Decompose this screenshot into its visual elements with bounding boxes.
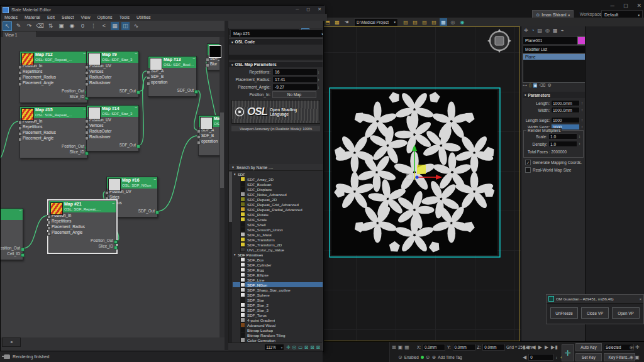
output-pin[interactable]: [155, 211, 159, 214]
menu-view[interactable]: View: [80, 15, 90, 19]
close-icon[interactable]: ✕: [318, 7, 321, 12]
position-in-nomap-button[interactable]: No Map: [272, 91, 316, 98]
collapse-node-icon[interactable]: −: [153, 177, 156, 182]
spinner-icon[interactable]: ↕: [581, 108, 584, 112]
input-pin[interactable]: [206, 58, 209, 62]
node-selector-dropdown[interactable]: Map #21 ▾: [230, 30, 323, 38]
output-pin[interactable]: [21, 248, 25, 251]
close-vp-button[interactable]: Close VP: [581, 307, 609, 319]
perspective-viewport[interactable]: [323, 26, 521, 341]
zoom-tool-icon[interactable]: ◎: [292, 344, 296, 350]
viewport-nav-gizmo[interactable]: [487, 29, 511, 53]
node-maparray[interactable]: Map #SDF_Array_2D−Position_OutCell_ID: [1, 208, 23, 260]
browser-item[interactable]: SDF_Star_3: [233, 307, 323, 312]
browser-item[interactable]: SDF_Sharp_Star_outline: [233, 287, 323, 292]
browser-item[interactable]: SDF_Rotate: [233, 212, 323, 217]
input-pin[interactable]: [147, 76, 150, 80]
select-region-icon[interactable]: ▤: [402, 18, 409, 26]
collapse-node-icon[interactable]: −: [135, 106, 137, 110]
input-pin[interactable]: [18, 132, 22, 136]
om-guardian-titlebar[interactable]: OM Guardian - #29451, m(86,46) ×: [547, 295, 643, 304]
node-graph-canvas[interactable]: Map #12OSL: SDF_Repeat_...−Position_InRe…: [1, 37, 225, 337]
orbit-icon[interactable]: ◈: [630, 354, 633, 360]
zoom-extents-icon[interactable]: ⊠: [304, 344, 308, 350]
node-map21[interactable]: Map #21OSL: SDF_Repeat_...−Position_InRe…: [48, 200, 116, 253]
input-pin[interactable]: [147, 70, 150, 74]
node-map9[interactable]: Map #9OSL: SDF_Star_3−Position_UVVertice…: [86, 51, 139, 97]
maximize-icon[interactable]: ◻: [306, 7, 310, 12]
node-map12[interactable]: Map #12OSL: SDF_Repeat_...−Position_InRe…: [19, 51, 87, 103]
input-pin[interactable]: [85, 136, 89, 140]
input-pin[interactable]: [18, 126, 22, 130]
browser-item[interactable]: Bitmap Random Tiling: [233, 332, 323, 337]
browser-item[interactable]: SDF_Transform_2D: [233, 242, 323, 247]
minimize-icon[interactable]: ─: [296, 7, 299, 12]
menu-utilities[interactable]: Utilities: [136, 15, 151, 19]
go-to-end-icon[interactable]: ▶▮: [551, 344, 558, 350]
close-icon[interactable]: ×: [639, 297, 641, 301]
create-tab-icon[interactable]: ✛: [524, 28, 528, 33]
close-icon[interactable]: ✕: [636, 3, 641, 9]
modify-tab-icon[interactable]: ◔: [531, 28, 535, 33]
pan-icon[interactable]: ✛: [635, 344, 640, 350]
input-pin[interactable]: [147, 82, 150, 85]
hierarchy-tab-icon[interactable]: ▤: [538, 28, 543, 33]
browser-item[interactable]: SDF_Noise_Advanced: [233, 192, 323, 197]
osl-code-rollout-header[interactable]: ▾OSL Code: [229, 38, 323, 45]
browser-item[interactable]: SDF_Repeat_2D: [233, 197, 323, 202]
menu-modes[interactable]: Modes: [4, 15, 18, 19]
project-folder-dropdown[interactable]: D:\Medical Project ▾: [354, 18, 398, 26]
show-end-result-icon[interactable]: ▯: [529, 83, 531, 88]
motion-tab-icon[interactable]: ◎: [545, 28, 550, 33]
output-pin[interactable]: [136, 90, 140, 94]
spinner-icon[interactable]: ↕: [579, 142, 582, 146]
browser-item[interactable]: Bitmap Lookup: [233, 327, 323, 332]
layout-dots-icon[interactable]: ⋮: [89, 22, 97, 30]
browser-item[interactable]: SDF_NGon: [233, 282, 323, 287]
browser-item[interactable]: Advanced Wood: [233, 322, 323, 327]
find-nodes-button[interactable]: ⚭: [2, 337, 21, 347]
input-pin[interactable]: [47, 221, 51, 224]
snaps-toggle-active-icon[interactable]: ▦: [440, 18, 447, 26]
browser-item[interactable]: SDF_to_Mask: [233, 232, 323, 237]
utilities-tab-icon[interactable]: ⌁: [561, 28, 564, 33]
input-pin[interactable]: [18, 65, 22, 69]
spinner-icon[interactable]: ↕: [581, 125, 584, 129]
input-pin[interactable]: [85, 119, 89, 123]
output-pin[interactable]: [114, 246, 118, 250]
input-pin[interactable]: [197, 129, 201, 133]
param-value-field[interactable]: -9.27: [272, 84, 318, 90]
play-icon[interactable]: ▶: [538, 344, 542, 350]
modifier-stack[interactable]: Plane: [523, 53, 586, 83]
maximize-viewport-icon[interactable]: ▣: [635, 354, 640, 360]
spinner-icon[interactable]: ↕: [318, 70, 321, 74]
configure-modifier-sets-icon[interactable]: ⚙: [547, 83, 551, 88]
input-pin[interactable]: [85, 82, 89, 86]
zoom-icon[interactable]: ◎: [630, 344, 634, 350]
browser-group[interactable]: ▾SDF Primitives: [233, 252, 323, 257]
node-map14[interactable]: Map #14OSL: SDF_Star_3−Position_UVVertic…: [86, 105, 139, 151]
remove-modifier-icon[interactable]: ⌫: [539, 83, 545, 88]
zero-indicator-icon[interactable]: 0: [79, 22, 87, 30]
menu-tools[interactable]: Tools: [119, 15, 130, 19]
coord-field[interactable]: 0.0mm: [453, 344, 475, 351]
output-pin[interactable]: [85, 151, 89, 155]
input-pin[interactable]: [18, 77, 22, 80]
move-tool-big-button[interactable]: ✛: [562, 344, 574, 361]
menu-material[interactable]: Material: [25, 15, 40, 19]
connect-nodes-icon[interactable]: ↷: [25, 22, 33, 30]
input-pin[interactable]: [197, 135, 201, 139]
maximize-icon[interactable]: ◻: [623, 3, 628, 9]
move-children-icon[interactable]: ⇅: [47, 22, 55, 30]
node-header[interactable]: Map #SDF_Array_2D−: [1, 209, 23, 220]
input-pin[interactable]: [85, 125, 89, 129]
transform-typein-icon[interactable]: ▦: [404, 344, 409, 350]
selection-lock-icon[interactable]: ▣: [398, 344, 403, 350]
input-pin[interactable]: [47, 226, 51, 230]
coord-field[interactable]: 0.0mm: [423, 344, 445, 351]
search-by-name-header[interactable]: ▼ Search by Name ....: [229, 164, 323, 171]
make-unique-icon[interactable]: ▣: [533, 83, 538, 88]
menu-select[interactable]: Select: [62, 15, 74, 19]
param-value-field[interactable]: 17.41: [272, 76, 318, 83]
node-map13[interactable]: Map #13OSL: SDF_Boolean−SDF_ASDF_Boperat…: [148, 56, 197, 97]
